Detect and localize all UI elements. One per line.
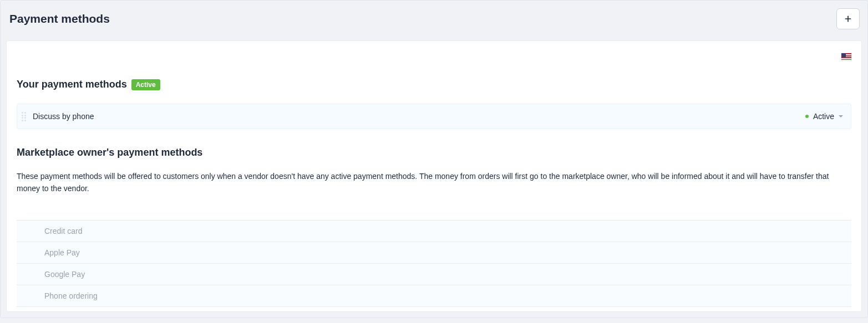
active-filter-badge[interactable]: Active (131, 79, 160, 90)
owner-methods-description: These payment methods will be offered to… (17, 171, 851, 194)
owner-method-row: Apple Pay (17, 242, 851, 264)
owner-method-name: Phone ordering (44, 291, 98, 300)
drag-handle-icon[interactable] (22, 112, 27, 121)
add-button[interactable] (836, 8, 860, 29)
owner-method-name: Credit card (44, 227, 82, 235)
owner-method-name: Apple Pay (44, 248, 80, 257)
payment-method-row[interactable]: Discuss by phone Active (17, 104, 851, 129)
owner-method-row: Google Pay (17, 264, 851, 285)
status-label: Active (813, 112, 834, 121)
owner-method-name: Google Pay (44, 270, 85, 279)
chevron-down-icon (839, 115, 843, 117)
owner-payment-methods-heading: Marketplace owner's payment methods (17, 147, 851, 158)
status-dot-icon (805, 115, 809, 118)
payment-method-name: Discuss by phone (33, 112, 94, 121)
content-panel: Your payment methods Active Discuss by p… (6, 40, 862, 312)
owner-method-row: Credit card (17, 221, 851, 242)
your-payment-methods-heading: Your payment methods (17, 79, 127, 90)
owner-methods-list: Credit card Apple Pay Google Pay Phone o… (17, 220, 851, 307)
page-title: Payment methods (9, 12, 110, 25)
owner-method-row: Phone ordering (17, 285, 851, 307)
status-dropdown[interactable]: Active (805, 112, 843, 121)
language-flag-us[interactable] (841, 53, 851, 60)
plus-icon (844, 14, 852, 23)
